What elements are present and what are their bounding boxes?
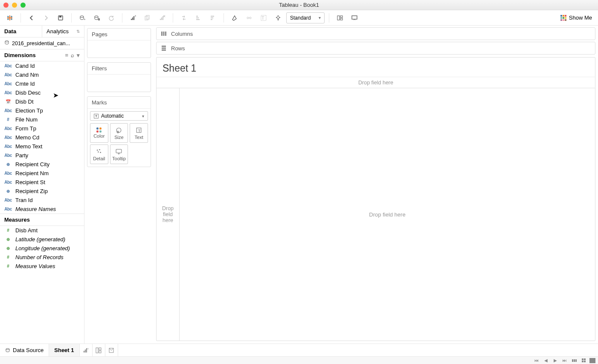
view-list-icon[interactable]: ≡ bbox=[65, 52, 68, 58]
tabs-view-icon[interactable] bbox=[589, 358, 595, 363]
dimension-field[interactable]: AbcCand Id bbox=[0, 61, 84, 70]
svg-rect-38 bbox=[340, 18, 343, 20]
duplicate-sheet-button[interactable] bbox=[141, 12, 154, 24]
svg-rect-29 bbox=[211, 16, 214, 17]
svg-text:+: + bbox=[84, 17, 86, 21]
field-label: Election Tp bbox=[15, 107, 43, 114]
back-button[interactable] bbox=[25, 12, 38, 24]
dimension-field[interactable]: ⊕Recipient Zip bbox=[0, 187, 84, 196]
dimension-field[interactable]: AbcMeasure Names bbox=[0, 205, 84, 214]
mark-size-button[interactable]: Size bbox=[110, 123, 128, 143]
refresh-button[interactable] bbox=[105, 12, 118, 24]
dimension-field[interactable]: #File Num bbox=[0, 115, 84, 124]
pages-shelf[interactable]: Pages bbox=[87, 28, 151, 58]
show-cards-button[interactable] bbox=[334, 12, 346, 24]
sheet-sorter-view-icon[interactable] bbox=[580, 358, 587, 364]
dimension-field[interactable]: AbcTran Id bbox=[0, 196, 84, 205]
dimension-field[interactable]: 📅Disb Dt bbox=[0, 97, 84, 106]
data-source-tab[interactable]: Data Source bbox=[0, 344, 49, 356]
rows-drop-label: Drop field here bbox=[162, 205, 174, 223]
show-me-button[interactable]: Show Me bbox=[558, 13, 595, 23]
dimension-field[interactable]: AbcRecipient St bbox=[0, 178, 84, 187]
close-window-icon[interactable] bbox=[3, 3, 9, 8]
menu-icon[interactable]: ▾ bbox=[77, 52, 80, 58]
measure-field[interactable]: #Disb Amt bbox=[0, 226, 84, 235]
search-icon[interactable]: ⌕ bbox=[71, 52, 74, 58]
minimize-window-icon[interactable] bbox=[12, 3, 17, 8]
sheet-canvas[interactable]: Sheet 1 Drop field here Drop field here … bbox=[156, 57, 595, 341]
mark-tooltip-button[interactable]: Tooltip bbox=[110, 144, 128, 164]
mark-text-button[interactable]: T Text bbox=[130, 123, 148, 143]
svg-rect-18 bbox=[132, 17, 133, 20]
svg-rect-31 bbox=[211, 19, 212, 20]
swap-rows-columns-button[interactable] bbox=[177, 12, 190, 24]
new-worksheet-tab-button[interactable]: + bbox=[80, 344, 93, 356]
dimension-field[interactable]: AbcElection Tp bbox=[0, 106, 84, 115]
filters-shelf[interactable]: Filters bbox=[87, 62, 151, 92]
sheet-tab[interactable]: Sheet 1 bbox=[49, 344, 79, 356]
measure-field[interactable]: ⊕Latitude (generated) bbox=[0, 235, 84, 244]
mark-detail-button[interactable]: Detail bbox=[90, 144, 108, 164]
marks-shelf-title: Marks bbox=[87, 97, 151, 109]
measure-field[interactable]: #Number of Records bbox=[0, 253, 84, 262]
main-drop-label: Drop field here bbox=[369, 211, 405, 218]
field-label: Disb Amt bbox=[15, 227, 38, 234]
svg-point-14 bbox=[95, 16, 98, 17]
columns-shelf[interactable]: Columns bbox=[156, 27, 595, 40]
clear-sheet-button[interactable] bbox=[156, 12, 168, 24]
columns-drop-zone[interactable]: Drop field here bbox=[157, 77, 595, 88]
measure-field[interactable]: ⊕Longitude (generated) bbox=[0, 244, 84, 253]
new-worksheet-button[interactable]: + bbox=[127, 12, 139, 24]
save-button[interactable] bbox=[54, 12, 67, 24]
pin-button[interactable] bbox=[272, 12, 284, 24]
filmstrip-view-icon[interactable] bbox=[571, 358, 578, 364]
data-tab[interactable]: Data bbox=[0, 26, 42, 37]
sort-descending-button[interactable] bbox=[206, 12, 219, 24]
dimension-field[interactable]: AbcParty bbox=[0, 151, 84, 160]
first-page-icon[interactable]: ⏮ bbox=[533, 358, 540, 364]
group-button[interactable] bbox=[243, 12, 255, 24]
maximize-window-icon[interactable] bbox=[20, 3, 26, 8]
field-label: Longitude (generated) bbox=[15, 245, 70, 251]
dimension-field[interactable]: AbcCand Nm bbox=[0, 70, 84, 79]
prev-page-icon[interactable]: ◀ bbox=[543, 358, 549, 364]
sheet-title[interactable]: Sheet 1 bbox=[157, 58, 595, 77]
new-story-tab-button[interactable] bbox=[105, 344, 118, 356]
dimension-field[interactable]: AbcDisb Desc bbox=[0, 88, 84, 97]
tableau-logo-icon[interactable] bbox=[3, 12, 16, 24]
dimension-field[interactable]: AbcCmte Id bbox=[0, 79, 84, 88]
sort-ascending-button[interactable] bbox=[192, 12, 205, 24]
analytics-tab[interactable]: Analytics⇅ bbox=[42, 26, 84, 37]
dimension-field[interactable]: AbcRecipient Nm bbox=[0, 169, 84, 178]
dimension-field[interactable]: AbcMemo Cd bbox=[0, 133, 84, 142]
color-dots-icon bbox=[96, 127, 102, 133]
forward-button[interactable] bbox=[40, 12, 52, 24]
svg-rect-27 bbox=[196, 17, 199, 18]
dimension-field[interactable]: AbcMemo Text bbox=[0, 142, 84, 151]
datasource-item[interactable]: 2016_presidential_can... bbox=[0, 38, 84, 49]
presentation-mode-button[interactable] bbox=[348, 12, 361, 24]
main-drop-zone[interactable]: Drop field here bbox=[180, 88, 595, 341]
fit-dropdown[interactable]: Standard ▾ bbox=[286, 12, 325, 23]
last-page-icon[interactable]: ⏭ bbox=[561, 358, 568, 364]
svg-point-45 bbox=[97, 150, 98, 151]
rows-shelf[interactable]: Rows bbox=[156, 42, 595, 55]
marks-type-dropdown[interactable]: T Automatic ▾ bbox=[90, 111, 148, 121]
mark-detail-label: Detail bbox=[93, 156, 105, 161]
rows-drop-zone[interactable]: Drop field here bbox=[157, 88, 180, 341]
mark-color-button[interactable]: Color bbox=[90, 123, 108, 143]
text-icon: T bbox=[135, 127, 142, 134]
dimension-field[interactable]: ⊕Recipient City bbox=[0, 160, 84, 169]
new-dashboard-tab-button[interactable] bbox=[93, 344, 105, 356]
data-pane: Data Analytics⇅ 2016_presidential_can...… bbox=[0, 26, 84, 344]
measure-field[interactable]: #Measure Values bbox=[0, 262, 84, 271]
next-page-icon[interactable]: ▶ bbox=[552, 358, 559, 364]
dimension-field[interactable]: AbcForm Tp bbox=[0, 124, 84, 133]
new-datasource-button[interactable]: + bbox=[76, 12, 89, 24]
svg-rect-37 bbox=[340, 16, 343, 17]
marks-type-label: Automatic bbox=[101, 113, 124, 119]
pause-updates-button[interactable] bbox=[90, 12, 103, 24]
show-mark-labels-button[interactable]: T bbox=[257, 12, 270, 24]
datasource-name: 2016_presidential_can... bbox=[12, 40, 70, 46]
highlight-button[interactable] bbox=[228, 12, 241, 24]
